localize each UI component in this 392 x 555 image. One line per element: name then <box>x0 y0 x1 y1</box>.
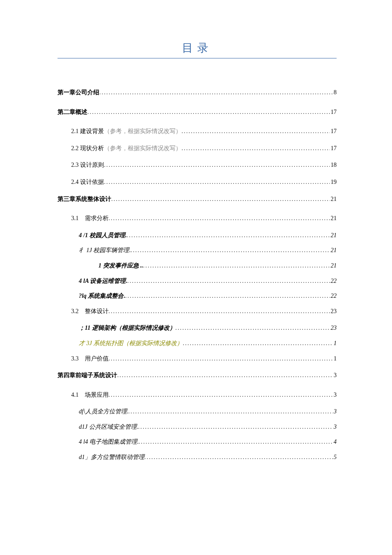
toc-page-number: 21 <box>330 246 337 255</box>
toc-entry: 3.2 整体设计................................… <box>71 307 337 316</box>
toc-label: d1」多方位警情联动管理 <box>79 453 144 462</box>
toc-entry: 4 /1 校园人员管理.............................… <box>79 231 337 240</box>
toc-leader-dots: ........................................… <box>182 127 330 136</box>
toc-leader-dots: ........................................… <box>117 371 333 380</box>
toc-label: 2.4 设计依据 <box>71 178 104 186</box>
toc-label: 2.3 设计原则 <box>71 161 104 169</box>
toc-leader-dots: ........................................… <box>109 214 330 223</box>
toc-leader-dots: ........................................… <box>109 391 333 399</box>
toc-entry: 2.2 现状分析（参考，根据实际情况改写）...................… <box>71 144 337 153</box>
toc-leader-dots: ........................................… <box>125 292 330 300</box>
toc-leader-dots: ........................................… <box>109 355 333 363</box>
toc-page-number: 21 <box>330 214 337 223</box>
toc-page-number: 5 <box>333 453 337 462</box>
toc-page-number: 4 <box>333 438 337 446</box>
toc-leader-dots: ........................................… <box>127 231 330 240</box>
document-page: 目录 第一章公司介绍..............................… <box>0 0 392 503</box>
toc-page-number: 3 <box>333 391 337 399</box>
toc-entry: 彳 1J 校园车辆管理.............................… <box>79 246 337 255</box>
toc-page-number: 17 <box>330 144 337 153</box>
toc-page-number: 21 <box>330 262 337 270</box>
toc-page-number: 23 <box>330 324 337 332</box>
toc-leader-dots: ........................................… <box>143 262 330 270</box>
toc-page-number: 1 <box>333 355 337 363</box>
toc-title: 目录 <box>58 41 337 58</box>
toc-label: 2.1 建设背景（参考，根据实际情况改写） <box>71 127 182 136</box>
toc-label: 第二章概述 <box>58 108 87 116</box>
toc-label: ?lq 系统集成整合. <box>79 292 125 300</box>
toc-label: 4 /1 校园人员管理. <box>79 231 127 240</box>
toc-leader-dots: ........................................… <box>104 161 330 169</box>
toc-page-number: 17 <box>330 127 337 136</box>
toc-label: 4.1 场景应用 <box>71 391 109 399</box>
toc-entry: 2.1 建设背景（参考，根据实际情况改写）...................… <box>71 127 337 136</box>
toc-leader-dots: ........................................… <box>104 178 330 186</box>
toc-entry: 4.1 场景应用................................… <box>71 391 337 399</box>
toc-label: df\人员全方位管理. <box>79 407 128 416</box>
toc-leader-dots: ........................................… <box>109 307 330 316</box>
toc-leader-dots: ........................................… <box>176 324 330 332</box>
toc-leader-dots: ........................................… <box>138 423 333 431</box>
toc-page-number: 3 <box>333 407 337 416</box>
toc-label: 彳 1J 校园车辆管理. <box>79 246 131 255</box>
toc-leader-dots: ........................................… <box>87 108 330 116</box>
toc-entry: 第一章公司介绍.................................… <box>58 88 337 97</box>
toc-entry: 2.3 设计原则................................… <box>71 161 337 169</box>
toc-entry: ?lq 系统集成整合..............................… <box>79 292 337 300</box>
toc-leader-dots: ........................................… <box>131 246 330 255</box>
toc-entry: 4 lA 设备运维管理.............................… <box>79 277 337 285</box>
toc-entry: 3.3 用户价值................................… <box>71 355 337 363</box>
toc-entry: ；11 逻辑架构（根据实际情况修改）......................… <box>79 324 337 332</box>
toc-leader-dots: ........................................… <box>144 453 333 462</box>
toc-leader-dots: ........................................… <box>183 339 333 348</box>
toc-entry: 3.1 需求分析................................… <box>71 214 337 223</box>
toc-page-number: 8 <box>333 88 337 97</box>
toc-entry: 4 l4 电子地图集成管理...........................… <box>79 438 337 446</box>
toc-label: 3.3 用户价值 <box>71 355 109 363</box>
toc-label: ；11 逻辑架构（根据实际情况修改） <box>79 324 176 332</box>
toc-leader-dots: ........................................… <box>111 195 330 203</box>
toc-entry: 第三章系统整体设计...............................… <box>58 195 337 203</box>
toc-entry: 1 突发事件应急 ...............................… <box>98 262 337 270</box>
toc-leader-dots: ........................................… <box>182 144 330 153</box>
toc-page-number: 21 <box>330 231 337 240</box>
toc-page-number: 23 <box>330 307 337 316</box>
toc-leader-dots: ........................................… <box>99 88 333 97</box>
toc-page-number: 18 <box>330 161 337 169</box>
toc-label: 4 lA 设备运维管理. <box>79 277 127 285</box>
toc-entry: 才 3J 系统拓扑图（根据实际情况修改）....................… <box>79 339 337 348</box>
toc-entry: df\人员全方位管理..............................… <box>79 407 337 416</box>
toc-page-number: 1 <box>333 339 337 348</box>
toc-entry: 第二章概述...................................… <box>58 108 337 116</box>
toc-list: 第一章公司介绍.................................… <box>58 88 337 462</box>
toc-page-number: 22 <box>330 292 337 300</box>
toc-label: 第三章系统整体设计 <box>58 195 111 203</box>
toc-entry: d1J 公共区域安全管理............................… <box>79 423 337 431</box>
toc-page-number: 22 <box>330 277 337 285</box>
toc-label: 4 l4 电子地图集成管理. <box>79 438 138 446</box>
toc-label: 3.2 整体设计 <box>71 307 109 316</box>
toc-page-number: 17 <box>330 108 337 116</box>
toc-entry: d1」多方位警情联动管理............................… <box>79 453 337 462</box>
toc-label: 才 3J 系统拓扑图（根据实际情况修改） <box>79 339 183 348</box>
toc-label: 第一章公司介绍 <box>58 88 99 97</box>
toc-leader-dots: ........................................… <box>128 407 333 416</box>
toc-page-number: 3 <box>333 423 337 431</box>
toc-label: 3.1 需求分析 <box>71 214 109 223</box>
toc-label: 2.2 现状分析（参考，根据实际情况改写） <box>71 144 182 153</box>
toc-page-number: 19 <box>330 178 337 186</box>
toc-leader-dots: ........................................… <box>138 438 333 446</box>
toc-page-number: 3 <box>333 371 337 380</box>
toc-label: 1 突发事件应急 .. <box>98 262 143 270</box>
toc-page-number: 21 <box>330 195 337 203</box>
toc-leader-dots: ........................................… <box>127 277 330 285</box>
toc-label: 第四章前端子系统设计 <box>58 371 117 380</box>
toc-label: d1J 公共区域安全管理. <box>79 423 138 431</box>
toc-entry: 第四章前端子系统设计..............................… <box>58 371 337 380</box>
toc-entry: 2.4 设计依据................................… <box>71 178 337 186</box>
